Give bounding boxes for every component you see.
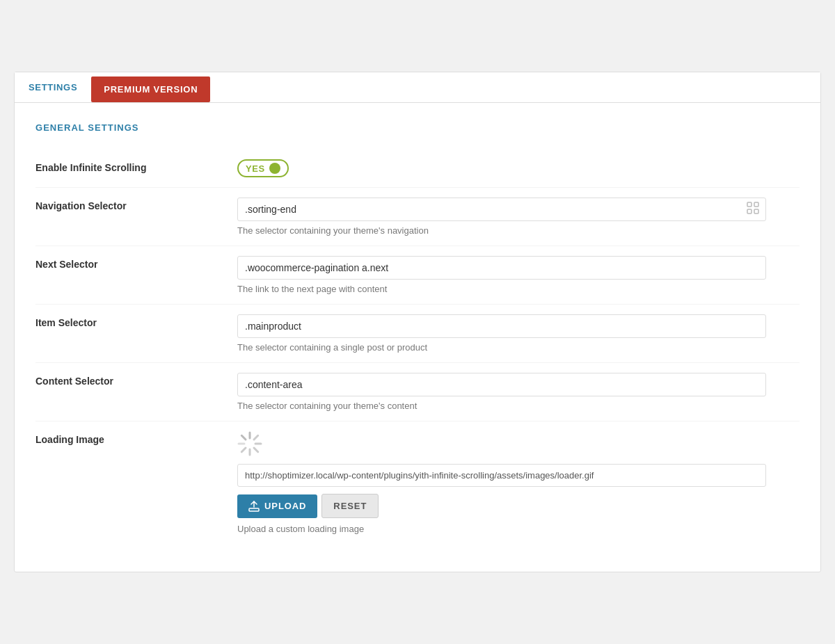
loading-image-label: Loading Image bbox=[35, 434, 104, 445]
main-container: SETTINGS PREMIUM VERSION GENERAL SETTING… bbox=[14, 72, 821, 572]
loading-image-buttons: UPLOAD RESET bbox=[237, 494, 800, 518]
item-selector-label: Item Selector bbox=[35, 317, 97, 328]
item-selector-help: The selector containing a single post or… bbox=[237, 342, 800, 353]
row-navigation-selector: Navigation Selector bbox=[35, 188, 800, 246]
grid-icon bbox=[747, 202, 759, 217]
loading-image-url-input[interactable] bbox=[237, 464, 766, 487]
svg-rect-2 bbox=[747, 209, 752, 214]
svg-rect-12 bbox=[249, 508, 259, 511]
content-selector-label: Content Selector bbox=[35, 376, 113, 387]
loading-image-help: Upload a custom loading image bbox=[237, 524, 800, 534]
svg-line-11 bbox=[241, 435, 246, 440]
tab-settings[interactable]: SETTINGS bbox=[15, 72, 91, 102]
next-selector-input[interactable] bbox=[237, 256, 766, 280]
row-item-selector: Item Selector The selector containing a … bbox=[35, 305, 800, 363]
svg-line-5 bbox=[254, 435, 258, 440]
toggle-dot bbox=[269, 163, 280, 174]
navigation-selector-label: Navigation Selector bbox=[35, 200, 127, 211]
loading-spinner-preview bbox=[237, 431, 800, 464]
svg-line-9 bbox=[241, 448, 246, 452]
svg-line-7 bbox=[254, 448, 258, 452]
navigation-selector-help: The selector containing your theme's nav… bbox=[237, 225, 800, 236]
row-next-selector: Next Selector The link to the next page … bbox=[35, 246, 800, 305]
row-infinite-scrolling: Enable Infinite Scrolling YES bbox=[35, 150, 800, 188]
svg-rect-3 bbox=[754, 209, 758, 214]
section-title: GENERAL SETTINGS bbox=[35, 122, 800, 133]
infinite-scrolling-label: Enable Infinite Scrolling bbox=[35, 162, 146, 173]
next-selector-help: The link to the next page with content bbox=[237, 284, 800, 294]
navigation-selector-input[interactable] bbox=[237, 198, 766, 221]
row-loading-image: Loading Image bbox=[35, 421, 800, 545]
tabs-bar: SETTINGS PREMIUM VERSION bbox=[15, 72, 820, 103]
navigation-selector-field-wrapper bbox=[237, 198, 766, 221]
settings-table: Enable Infinite Scrolling YES Navigation… bbox=[35, 150, 800, 544]
item-selector-input[interactable] bbox=[237, 314, 766, 338]
infinite-scrolling-toggle[interactable]: YES bbox=[237, 159, 289, 177]
tab-premium[interactable]: PREMIUM VERSION bbox=[91, 77, 210, 102]
toggle-yes-label: YES bbox=[246, 163, 265, 174]
svg-rect-0 bbox=[747, 202, 752, 207]
content-selector-help: The selector containing your theme's con… bbox=[237, 401, 800, 411]
reset-button[interactable]: RESET bbox=[321, 494, 379, 518]
row-content-selector: Content Selector The selector containing… bbox=[35, 363, 800, 421]
content-area: GENERAL SETTINGS Enable Infinite Scrolli… bbox=[15, 103, 820, 572]
content-selector-input[interactable] bbox=[237, 373, 766, 396]
svg-rect-1 bbox=[754, 202, 758, 207]
upload-icon bbox=[248, 501, 260, 512]
next-selector-label: Next Selector bbox=[35, 259, 97, 270]
upload-button[interactable]: UPLOAD bbox=[237, 494, 317, 518]
